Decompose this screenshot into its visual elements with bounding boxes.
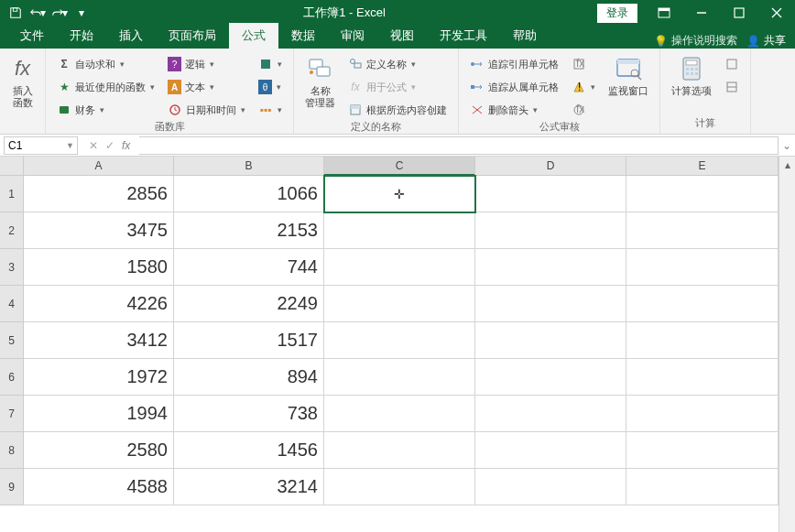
cell-D3[interactable] [475,249,626,286]
cell-B2[interactable]: 2153 [174,212,324,249]
lookup-button[interactable]: ▾ [255,54,286,74]
cell-C8[interactable] [324,432,475,469]
cell-C6[interactable] [324,359,475,396]
evaluate-formula-button[interactable]: fx [568,100,599,120]
qat-customize-icon[interactable]: ▾ [71,3,92,23]
cell-C2[interactable] [324,212,475,249]
formula-input[interactable] [139,136,779,155]
cell-D2[interactable] [475,212,626,249]
cell-D7[interactable] [475,396,626,432]
cell-D6[interactable] [475,359,626,396]
enter-icon[interactable]: ✓ [105,139,114,152]
use-in-formula-button[interactable]: fx用于公式▾ [344,77,451,97]
cell-A1[interactable]: 2856 [24,176,174,212]
row-header-6[interactable]: 6 [0,359,24,396]
cell-B8[interactable]: 1456 [174,432,324,469]
math-button[interactable]: θ▾ [255,77,286,97]
datetime-button[interactable]: 日期和时间▾ [164,100,249,120]
column-header-B[interactable]: B [174,157,324,175]
row-header-4[interactable]: 4 [0,286,24,322]
cell-D1[interactable] [475,176,626,212]
fx-icon[interactable]: fx [122,139,130,152]
show-formulas-button[interactable]: fx [568,54,599,74]
scroll-up-icon[interactable]: ▴ [779,157,795,173]
cell-B9[interactable]: 3214 [174,469,324,505]
login-button[interactable]: 登录 [597,4,637,23]
cell-E7[interactable] [626,396,779,432]
text-button[interactable]: A文本▾ [164,77,249,97]
cell-A2[interactable]: 3475 [24,212,174,249]
define-name-button[interactable]: 定义名称▾ [344,54,451,74]
cell-A5[interactable]: 3412 [24,322,174,359]
remove-arrows-button[interactable]: 删除箭头▾ [466,100,562,120]
cell-C3[interactable] [324,249,475,286]
trace-precedents-button[interactable]: 追踪引用单元格 [466,54,562,74]
share-button[interactable]: 👤 共享 [746,33,786,49]
cell-E1[interactable] [626,176,779,212]
cell-C9[interactable] [324,469,475,505]
expand-formula-bar-icon[interactable]: ⌄ [779,139,795,152]
tab-插入[interactable]: 插入 [106,23,156,49]
vertical-scrollbar[interactable]: ▴ [779,157,795,532]
cell-C4[interactable] [324,286,475,322]
more-functions-button[interactable]: ▪▪▪▾ [255,100,286,120]
tell-me-search[interactable]: 💡 操作说明搜索 [654,33,737,49]
tab-数据[interactable]: 数据 [278,23,328,49]
tab-公式[interactable]: 公式 [229,23,278,49]
cell-A8[interactable]: 2580 [24,432,174,469]
cell-C5[interactable] [324,322,475,359]
select-all-corner[interactable] [0,157,24,175]
cell-E9[interactable] [626,469,779,505]
error-checking-button[interactable]: !▾ [568,77,599,97]
cell-A6[interactable]: 1972 [24,359,174,396]
maximize-icon[interactable] [721,0,757,26]
cell-E3[interactable] [626,249,779,286]
cell-E4[interactable] [626,286,779,322]
trace-dependents-button[interactable]: 追踪从属单元格 [466,77,562,97]
scroll-track[interactable] [779,173,795,532]
watch-window-button[interactable]: 监视窗口 [604,52,652,99]
cell-B5[interactable]: 1517 [174,322,324,359]
row-header-9[interactable]: 9 [0,469,24,505]
redo-icon[interactable]: ▾ [49,3,70,23]
undo-icon[interactable]: ▾ [27,3,48,23]
financial-button[interactable]: 财务▾ [53,100,158,120]
cell-C7[interactable] [324,396,475,432]
cell-D8[interactable] [475,432,626,469]
save-icon[interactable] [5,3,26,23]
close-icon[interactable] [758,0,795,26]
cell-A9[interactable]: 4588 [24,469,174,505]
row-header-8[interactable]: 8 [0,432,24,469]
row-header-5[interactable]: 5 [0,322,24,359]
column-header-E[interactable]: E [626,157,779,175]
calculate-now-button[interactable] [721,54,743,74]
row-header-3[interactable]: 3 [0,249,24,286]
create-from-selection-button[interactable]: 根据所选内容创建 [344,100,451,120]
calculation-options-button[interactable]: 计算选项 [668,52,715,99]
tab-审阅[interactable]: 审阅 [328,23,377,49]
autosum-button[interactable]: Σ自动求和▾ [53,54,158,74]
cell-D9[interactable] [475,469,626,505]
tab-视图[interactable]: 视图 [377,23,427,49]
minimize-icon[interactable] [683,0,720,26]
tab-开发工具[interactable]: 开发工具 [427,23,500,49]
cell-B6[interactable]: 894 [174,359,324,396]
cell-B4[interactable]: 2249 [174,286,324,322]
column-header-C[interactable]: C [324,157,475,175]
cell-E5[interactable] [626,322,779,359]
cancel-icon[interactable]: ✕ [89,139,98,152]
row-header-2[interactable]: 2 [0,212,24,249]
column-header-A[interactable]: A [24,157,174,175]
cell-E2[interactable] [626,212,779,249]
cell-B7[interactable]: 738 [174,396,324,432]
insert-function-button[interactable]: fx 插入函数 [5,52,41,111]
cell-D4[interactable] [475,286,626,322]
logical-button[interactable]: ?逻辑▾ [164,54,249,74]
cell-A7[interactable]: 1994 [24,396,174,432]
row-header-7[interactable]: 7 [0,396,24,432]
recent-functions-button[interactable]: ★最近使用的函数▾ [53,77,158,97]
cell-D5[interactable] [475,322,626,359]
name-box[interactable]: C1▼ [4,136,78,155]
tab-文件[interactable]: 文件 [7,23,57,49]
tab-开始[interactable]: 开始 [57,23,106,49]
